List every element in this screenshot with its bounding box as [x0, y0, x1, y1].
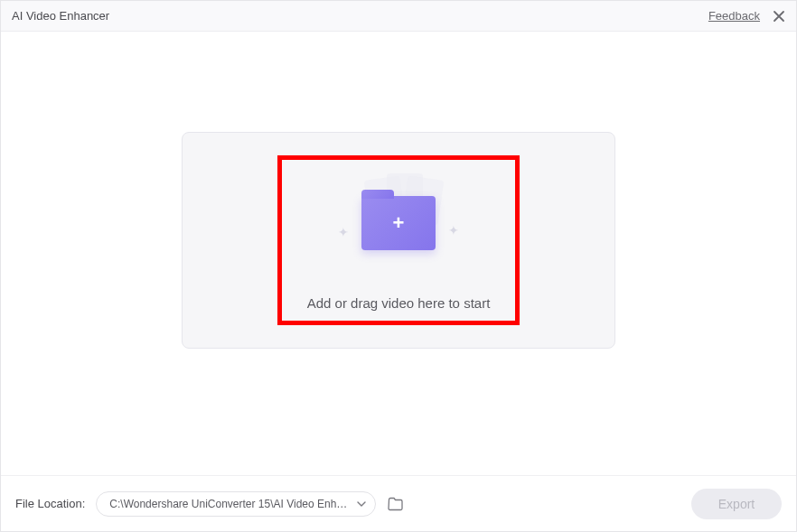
app-window: AI Video Enhancer Feedback ✦ ✦ + [0, 0, 797, 532]
titlebar-actions: Feedback [708, 9, 785, 23]
sparkle-icon: ✦ [338, 225, 349, 239]
window-title: AI Video Enhancer [12, 9, 109, 23]
dropzone-highlight[interactable]: ✦ ✦ + Add or drag video here to start [277, 155, 520, 325]
content-area: ✦ ✦ + Add or drag video here to start [1, 32, 796, 475]
chevron-down-icon [357, 501, 366, 507]
browse-folder-icon[interactable] [387, 496, 405, 512]
sparkle-icon: ✦ [448, 223, 459, 238]
video-dropzone[interactable]: ✦ ✦ + Add or drag video here to start [182, 132, 615, 349]
folder-plus-icon: + [361, 196, 436, 250]
titlebar: AI Video Enhancer Feedback [1, 1, 796, 32]
export-button[interactable]: Export [691, 489, 782, 519]
add-video-illustration: ✦ ✦ + [340, 169, 457, 259]
file-location-label: File Location: [15, 497, 85, 510]
feedback-link[interactable]: Feedback [708, 9, 760, 23]
close-icon[interactable] [773, 10, 785, 23]
file-location-path: C:\Wondershare UniConverter 15\AI Video … [109, 498, 348, 510]
footer-bar: File Location: C:\Wondershare UniConvert… [1, 475, 796, 531]
file-location-select[interactable]: C:\Wondershare UniConverter 15\AI Video … [96, 491, 376, 517]
plus-icon: + [393, 213, 405, 233]
dropzone-instruction: Add or drag video here to start [307, 295, 491, 311]
